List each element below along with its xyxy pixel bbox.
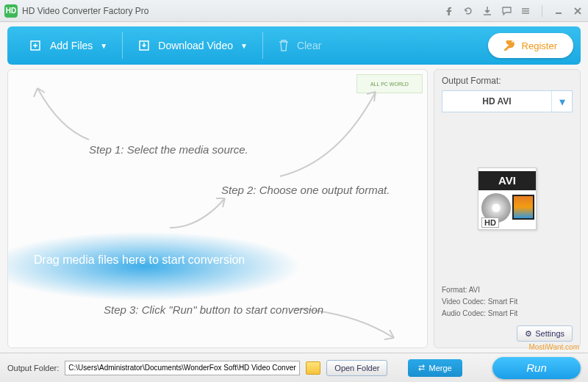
chevron-down-icon: ▼ bbox=[240, 42, 248, 50]
format-preview[interactable]: AVI HD bbox=[442, 120, 573, 277]
open-folder-button[interactable]: Open Folder bbox=[326, 360, 387, 376]
clear-button[interactable]: Clear bbox=[263, 26, 336, 65]
hd-badge: HD bbox=[481, 217, 499, 228]
register-label: Register bbox=[522, 40, 557, 51]
minimize-icon[interactable] bbox=[553, 5, 564, 17]
app-title: HD Video Converter Factory Pro bbox=[22, 6, 443, 16]
drop-zone[interactable]: ALL PC WORLD Step 1: Select the media so… bbox=[7, 69, 428, 348]
browse-folder-icon[interactable] bbox=[306, 361, 320, 375]
settings-button[interactable]: ⚙ Settings bbox=[517, 325, 573, 342]
merge-label: Merge bbox=[429, 364, 451, 372]
merge-icon: ⇄ bbox=[418, 363, 425, 372]
add-files-button[interactable]: Add Files ▼ bbox=[15, 26, 122, 65]
main-toolbar: Add Files ▼ Download Video ▼ Clear Regis… bbox=[7, 26, 581, 65]
gear-icon: ⚙ bbox=[525, 329, 532, 339]
feedback-icon[interactable] bbox=[501, 5, 512, 17]
add-files-label: Add Files bbox=[50, 40, 93, 51]
download-video-button[interactable]: Download Video ▼ bbox=[123, 26, 262, 65]
key-icon bbox=[504, 40, 516, 51]
close-icon[interactable] bbox=[572, 5, 584, 17]
chevron-down-icon: ▼ bbox=[100, 42, 107, 50]
download-video-label: Download Video bbox=[158, 40, 233, 51]
step-3-text: Step 3: Click "Run" button to start conv… bbox=[104, 303, 323, 316]
brand-watermark: MostiWant.com bbox=[528, 343, 579, 351]
clear-label: Clear bbox=[297, 40, 321, 51]
options-icon[interactable] bbox=[520, 5, 531, 17]
step-2-text: Step 2: Choose one output format. bbox=[221, 184, 390, 196]
format-icon: AVI HD bbox=[478, 167, 537, 230]
app-logo-icon: HD bbox=[4, 4, 18, 18]
avi-badge: AVI bbox=[478, 171, 536, 190]
chevron-down-icon: ▾ bbox=[551, 91, 572, 112]
undo-icon[interactable] bbox=[462, 5, 474, 17]
format-selected-label: HD AVI bbox=[442, 96, 551, 107]
title-bar: HD HD Video Converter Factory Pro bbox=[0, 0, 588, 22]
register-button[interactable]: Register bbox=[488, 33, 573, 58]
footer-bar: Output Folder: Open Folder ⇄ Merge Run bbox=[0, 353, 588, 382]
format-selector[interactable]: HD AVI ▾ bbox=[442, 90, 573, 112]
output-panel: Output Format: HD AVI ▾ AVI HD Format: A… bbox=[434, 69, 581, 348]
step-1-text: Step 1: Select the media source. bbox=[89, 143, 248, 156]
drop-hint: Drag media files here to start conversio… bbox=[34, 253, 245, 267]
download-icon[interactable] bbox=[481, 5, 493, 17]
merge-button[interactable]: ⇄ Merge bbox=[408, 359, 462, 377]
format-info: Format: AVI Video Codec: Smart Fit Audio… bbox=[442, 284, 573, 320]
output-format-title: Output Format: bbox=[442, 76, 573, 86]
facebook-icon[interactable] bbox=[443, 5, 455, 17]
run-button[interactable]: Run bbox=[492, 357, 581, 379]
output-folder-input[interactable] bbox=[65, 361, 300, 375]
settings-label: Settings bbox=[535, 329, 564, 338]
output-folder-label: Output Folder: bbox=[7, 364, 59, 372]
film-icon bbox=[512, 195, 534, 220]
